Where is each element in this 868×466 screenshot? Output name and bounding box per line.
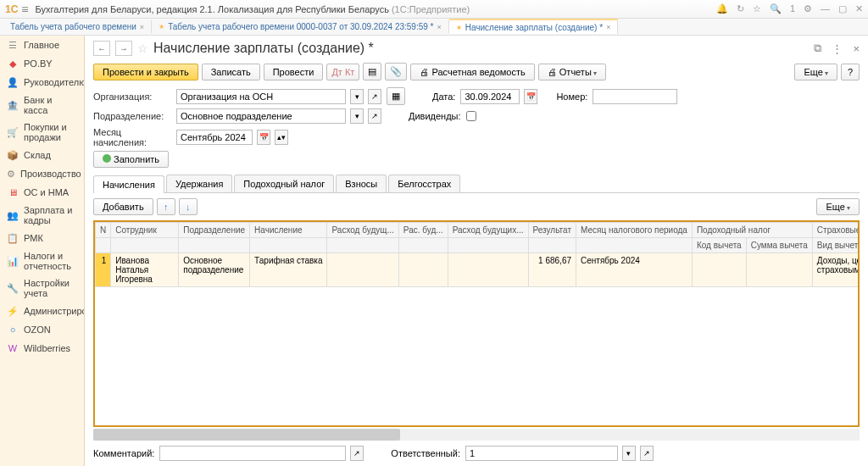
column-subheader[interactable]	[179, 238, 250, 253]
department-field[interactable]	[176, 108, 346, 124]
forward-button[interactable]: →	[115, 41, 132, 56]
open-icon[interactable]: ↗	[640, 446, 654, 461]
open-window-icon[interactable]: ⧉	[814, 42, 821, 55]
column-header[interactable]: Сотрудник	[111, 223, 179, 238]
column-subheader[interactable]	[96, 238, 111, 253]
favorite-icon[interactable]: ☆	[137, 42, 148, 55]
column-subheader[interactable]	[528, 238, 576, 253]
open-icon[interactable]: ↗	[368, 89, 381, 104]
column-subheader[interactable]	[448, 238, 528, 253]
tab-timesheet-2[interactable]: ★Табель учета рабочего времени 0000-0037…	[152, 20, 449, 33]
maximize-icon[interactable]: ▢	[838, 3, 847, 14]
sidebar-item[interactable]: 🖥ОС и НМА	[0, 183, 84, 202]
column-subheader[interactable]	[250, 238, 327, 253]
sidebar-item[interactable]: ☰Главное	[0, 36, 84, 54]
tab-close-icon[interactable]: ×	[140, 23, 144, 31]
move-up-button[interactable]: ↑	[157, 198, 175, 215]
post-and-close-button[interactable]: Провести и закрыть	[93, 64, 198, 80]
column-subheader[interactable]	[111, 238, 179, 253]
post-button[interactable]: Провести	[264, 64, 324, 80]
column-subheader[interactable]	[398, 238, 448, 253]
close-icon[interactable]: ✕	[855, 3, 863, 14]
sidebar-item[interactable]: WWildberries	[0, 339, 84, 358]
column-header[interactable]: N	[96, 223, 111, 238]
payroll-sheet-button[interactable]: 🖨 Расчетная ведомость	[410, 64, 534, 80]
select-icon[interactable]: ▾	[622, 446, 636, 461]
sidebar-item[interactable]: 🛒Покупки и продажи	[0, 119, 84, 146]
tab-close-icon[interactable]: ×	[437, 23, 441, 31]
column-subheader[interactable]: Сумма вычета	[746, 238, 812, 253]
org-extra-button[interactable]: ▦	[387, 87, 405, 105]
tab-timesheet-1[interactable]: Табель учета рабочего времени×	[3, 20, 152, 33]
table-row[interactable]: 1 Иванова Наталья Игоревна Основное подр…	[96, 253, 859, 287]
tab-close-icon[interactable]: ×	[606, 23, 610, 31]
attach-button[interactable]: 📎	[385, 63, 407, 80]
reports-dropdown[interactable]: 🖨 Отчеты	[538, 64, 606, 80]
comment-field[interactable]	[159, 446, 346, 461]
add-row-button[interactable]: Добавить	[93, 198, 153, 215]
column-subheader[interactable]	[327, 238, 398, 253]
options-icon[interactable]: ⋮	[832, 42, 843, 55]
column-header[interactable]: Месяц налогового периода	[576, 223, 693, 238]
calendar-icon[interactable]: 📅	[524, 89, 537, 104]
minimize-icon[interactable]: —	[821, 3, 830, 14]
help-button[interactable]: ?	[841, 64, 860, 80]
sidebar-item[interactable]: 📋РМК	[0, 229, 84, 247]
dividends-checkbox[interactable]	[466, 111, 476, 121]
column-header[interactable]: Результат	[528, 223, 576, 238]
bell-icon[interactable]: 🔔	[716, 3, 728, 14]
sidebar-item[interactable]: 📊Налоги и отчетность	[0, 247, 84, 275]
responsible-field[interactable]	[465, 446, 618, 461]
fill-button[interactable]: Заполнить	[93, 151, 169, 168]
close-page-icon[interactable]: ×	[853, 42, 860, 55]
sidebar-item[interactable]: 🔧Настройки учета	[0, 275, 84, 302]
detail-tab[interactable]: Белгосстрах	[388, 175, 460, 192]
column-subheader[interactable]: Вид вычета	[812, 238, 858, 253]
column-header[interactable]: Подоходный налог	[692, 223, 812, 238]
column-header[interactable]: Страховые взносы	[812, 223, 858, 238]
select-icon[interactable]: ▾	[350, 89, 364, 104]
column-subheader[interactable]: Код вычета	[692, 238, 746, 253]
column-subheader[interactable]	[576, 238, 693, 253]
number-field[interactable]	[593, 89, 677, 104]
search-icon[interactable]: 🔍	[770, 3, 782, 14]
detail-tab[interactable]: Подоходный налог	[234, 175, 334, 192]
column-header[interactable]: Начисление	[250, 223, 327, 238]
stepper-icon[interactable]: ▴▾	[275, 130, 288, 145]
horizontal-scrollbar[interactable]	[93, 429, 860, 441]
sidebar-item[interactable]: ◆PO.BY	[0, 54, 84, 73]
save-button[interactable]: Записать	[202, 64, 260, 80]
structure-button[interactable]: ▤	[363, 63, 381, 80]
sidebar-item[interactable]: 👤Руководителю	[0, 73, 84, 92]
sidebar-item[interactable]: 👥Зарплата и кадры	[0, 202, 84, 229]
select-icon[interactable]: ▾	[350, 108, 364, 124]
month-field[interactable]	[176, 130, 253, 145]
sidebar-item[interactable]: 📦Склад	[0, 146, 84, 164]
back-button[interactable]: ←	[93, 41, 110, 56]
sidebar-item[interactable]: 🏦Банк и касса	[0, 92, 84, 119]
column-header[interactable]: Рас. буд...	[398, 223, 448, 238]
column-header[interactable]: Расход будущ...	[327, 223, 398, 238]
detail-tab[interactable]: Начисления	[93, 175, 164, 193]
sidebar-item[interactable]: ⚙Производство	[0, 164, 84, 183]
move-down-button[interactable]: ↓	[179, 198, 198, 215]
more-button[interactable]: Еще	[794, 64, 837, 80]
open-icon[interactable]: ↗	[350, 446, 364, 461]
settings-icon[interactable]: ⚙	[804, 3, 812, 14]
history-icon[interactable]: ↻	[737, 3, 744, 14]
open-icon[interactable]: ↗	[368, 108, 381, 124]
date-field[interactable]	[460, 89, 520, 104]
column-header[interactable]: Подразделение	[179, 223, 250, 238]
detail-tab[interactable]: Взносы	[336, 175, 387, 192]
detail-tab[interactable]: Удержания	[166, 175, 232, 192]
user-badge[interactable]: 1	[790, 3, 795, 14]
dt-kt-button[interactable]: Дт Кт	[326, 64, 359, 80]
column-header[interactable]: Расход будущих...	[448, 223, 528, 238]
organization-field[interactable]	[176, 89, 346, 104]
tab-payroll[interactable]: ★Начисление зарплаты (создание) *×	[449, 19, 619, 34]
sidebar-item[interactable]: ⚡Администрирование	[0, 302, 84, 320]
table-more-button[interactable]: Еще	[816, 198, 860, 215]
sidebar-item[interactable]: ○OZON	[0, 320, 84, 339]
calendar-icon[interactable]: 📅	[257, 130, 270, 145]
star-icon[interactable]: ☆	[753, 3, 761, 14]
